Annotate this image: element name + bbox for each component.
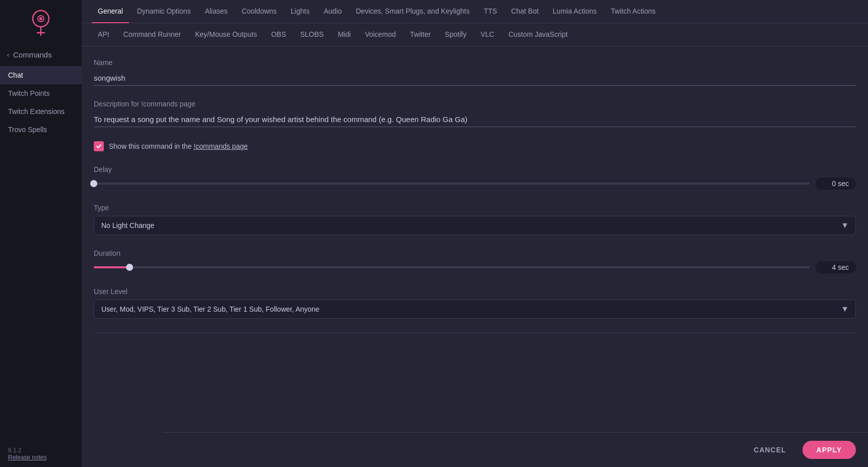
tab-devices[interactable]: Devices, Smart Plugs, and Keylights [350,0,476,23]
tab-lumia-actions[interactable]: Lumia Actions [547,0,603,23]
commands-page-link[interactable]: !commands page [194,142,247,150]
sidebar-title: Commands [13,50,52,59]
description-input[interactable] [94,112,856,127]
tab-dynamic-options[interactable]: Dynamic Options [131,0,197,23]
tab-midi[interactable]: Midi [332,23,357,46]
name-field-group: Name [94,59,856,86]
back-icon: ‹ [7,51,9,59]
sidebar-footer: 6.1.2 Release notes [0,441,82,467]
description-label: Description for !commands page [94,100,856,108]
delay-label: Delay [94,165,856,173]
tab-aliases[interactable]: Aliases [199,0,233,23]
delay-value-display: 0 sec [816,178,856,190]
tab-twitch-actions[interactable]: Twitch Actions [605,0,662,23]
delay-slider-thumb[interactable] [90,180,97,187]
duration-slider-track[interactable] [94,266,810,268]
show-command-row: Show this command in the !commands page [94,141,856,151]
tab-tts[interactable]: TTS [478,0,503,23]
tab-lights[interactable]: Lights [285,0,316,23]
show-command-label: Show this command in the !commands page [109,142,248,150]
show-command-checkbox[interactable] [94,141,104,151]
duration-label: Duration [94,249,856,257]
tab-spotify[interactable]: Spotify [439,23,473,46]
duration-value-display: 4 sec [816,261,856,273]
tab-command-runner[interactable]: Command Runner [117,23,187,46]
tab-voicemod[interactable]: Voicemod [359,23,402,46]
description-field-group: Description for !commands page [94,100,856,127]
name-label: Name [94,59,856,67]
type-select[interactable]: No Light Change Color Scene Sequence [94,216,856,235]
user-level-field-group: User Level User, Mod, VIPS, Tier 3 Sub, … [94,287,856,319]
tab-cooldowns[interactable]: Cooldowns [236,0,283,23]
app-logo [0,0,82,45]
tabs-row1: General Dynamic Options Aliases Cooldown… [82,0,868,23]
tab-chat-bot[interactable]: Chat Bot [505,0,544,23]
tab-audio[interactable]: Audio [318,0,348,23]
release-notes-link[interactable]: Release notes [8,454,74,461]
user-level-select[interactable]: User, Mod, VIPS, Tier 3 Sub, Tier 2 Sub,… [94,300,856,319]
sidebar-item-chat[interactable]: Chat [0,66,82,84]
content-area: Name Description for !commands page Show… [82,46,868,378]
tab-obs[interactable]: OBS [265,23,292,46]
tab-general[interactable]: General [92,0,129,23]
svg-point-2 [39,17,42,20]
tab-custom-js[interactable]: Custom JavaScript [503,23,574,46]
type-label: Type [94,204,856,212]
type-field-group: Type No Light Change Color Scene Sequenc… [94,204,856,235]
delay-slider-row: 0 sec [94,178,856,190]
duration-field-group: Duration 4 sec [94,249,856,273]
cancel-button[interactable]: CANCEL [743,441,796,459]
type-select-wrapper: No Light Change Color Scene Sequence ▼ [94,216,856,235]
sidebar-back[interactable]: ‹ Commands [0,45,82,64]
version-label: 6.1.2 [8,447,74,454]
apply-button[interactable]: APPLY [802,441,856,459]
sidebar-item-twitch-points[interactable]: Twitch Points [0,84,82,102]
delay-field-group: Delay 0 sec [94,165,856,190]
divider [94,333,856,333]
footer-bar: CANCEL APPLY [163,432,868,467]
delay-slider-track[interactable] [94,183,810,185]
tabs-row2: API Command Runner Key/Mouse Outputs OBS… [82,23,868,46]
sidebar-nav: Chat Twitch Points Twitch Extensions Tro… [0,64,82,141]
name-input[interactable] [94,71,856,86]
tab-vlc[interactable]: VLC [474,23,500,46]
tab-api[interactable]: API [92,23,115,46]
main-panel: General Dynamic Options Aliases Cooldown… [82,0,868,467]
sidebar-item-twitch-extensions[interactable]: Twitch Extensions [0,102,82,121]
sidebar-item-trovo-spells[interactable]: Trovo Spells [0,121,82,139]
content-wrapper: Name Description for !commands page Show… [82,46,868,467]
duration-slider-thumb[interactable] [126,264,133,271]
tab-twitter[interactable]: Twitter [404,23,437,46]
sidebar: ‹ Commands Chat Twitch Points Twitch Ext… [0,0,82,467]
tab-slobs[interactable]: SLOBS [294,23,330,46]
duration-slider-row: 4 sec [94,261,856,273]
tab-key-mouse[interactable]: Key/Mouse Outputs [189,23,263,46]
duration-slider-fill [94,266,130,268]
user-level-select-wrapper: User, Mod, VIPS, Tier 3 Sub, Tier 2 Sub,… [94,300,856,319]
user-level-label: User Level [94,287,856,296]
